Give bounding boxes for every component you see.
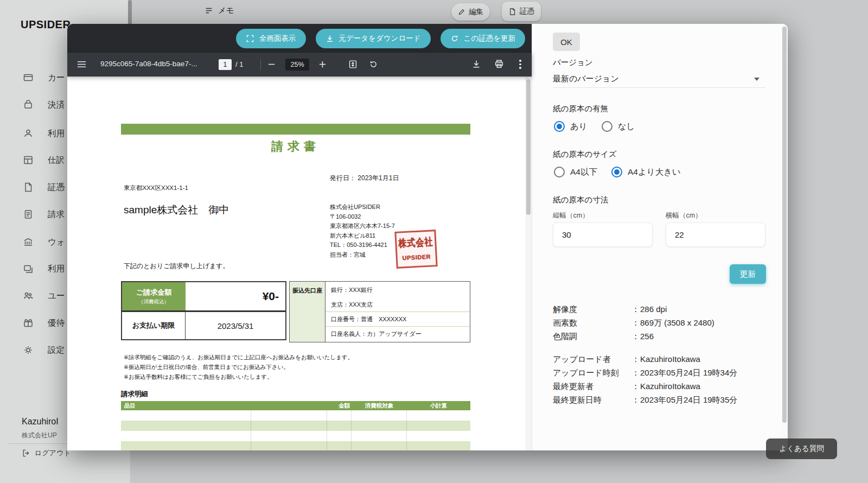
paper-original-radio-group: あり なし: [554, 119, 649, 134]
download-original-button[interactable]: 元データをダウンロード: [316, 29, 431, 48]
issuer-line: 東京都港区六本木7-15-7: [330, 221, 395, 231]
info-row-last-updater: 最終更新者 ： KazuhiroItokawa: [532, 382, 781, 393]
update-evidence-label: この証憑を更新: [464, 34, 515, 43]
info-row-resolution: 解像度 ： 286 dpi: [532, 304, 781, 316]
info-label: 画素数: [553, 318, 577, 328]
info-label: 解像度: [553, 304, 577, 315]
fullscreen-button[interactable]: 全画面表示: [236, 29, 306, 48]
stamp-roman: UPSIDER: [402, 253, 431, 261]
fit-page-icon[interactable]: [348, 60, 358, 69]
paper-size-radio-group: A4以下 A4より大きい: [554, 165, 695, 179]
info-row-last-updated: 最終更新日時 ： 2023年05月24日 19時35分: [532, 395, 781, 407]
update-evidence-button[interactable]: この証憑を更新: [441, 29, 525, 48]
version-select[interactable]: 最新のバージョン: [553, 71, 765, 88]
zoom-out-icon[interactable]: [267, 60, 276, 68]
info-label: 最終更新者: [553, 382, 593, 392]
zoom-level[interactable]: 25%: [285, 59, 309, 71]
fullscreen-label: 全画面表示: [259, 34, 296, 43]
menu-icon[interactable]: [77, 60, 86, 68]
info-value: 256: [640, 332, 654, 341]
pdf-filename: 9295c065-7a08-4db5-bae7-...: [100, 60, 197, 68]
zoom-in-icon[interactable]: [318, 60, 327, 68]
info-label: アップロード時刻: [553, 368, 619, 378]
radio-paper-no-label: なし: [618, 121, 635, 132]
invoice-bank-table: 振込先口座 銀行：XXX銀行 支店：XXX支店 口座番号：普通 XXXXXXX …: [289, 281, 470, 342]
note-line: ※請求明細をご確認のうえ、お振込期日までに上記口座へお振込みをお願いいたします。: [124, 352, 353, 362]
status-badge[interactable]: OK: [553, 33, 580, 51]
faq-button[interactable]: よくある質問: [766, 438, 837, 459]
invoice-issue-date: 発行日： 2023年1月1日: [330, 174, 399, 183]
bank-details: 銀行：XXX銀行 支店：XXX支店 口座番号：普通 XXXXXXX 口座名義人：…: [326, 282, 470, 342]
invoice-notes: ※請求明細をご確認のうえ、お振込期日までに上記口座へお振込みをお願いいたします。…: [124, 352, 353, 382]
bank-line: 口座番号：普通 XXXXXXX: [326, 312, 470, 327]
bank-line: 銀行：XXX銀行: [326, 283, 470, 297]
detail-row: [121, 410, 470, 421]
radio-size-a4-label: A4以下: [570, 167, 597, 178]
radio-paper-yes[interactable]: [554, 121, 565, 132]
info-label: 色階調: [553, 332, 577, 342]
info-row-pixels: 画素数 ： 869万 (3508 x 2480): [532, 318, 781, 330]
invoice-recipient: sample株式会社 御中: [124, 203, 229, 217]
pdf-scrollbar-thumb[interactable]: [526, 79, 531, 215]
pdf-viewer-pane: 全画面表示 元データをダウンロード この証憑を更新 9295c065-7a08-…: [67, 24, 532, 450]
radio-paper-no[interactable]: [602, 121, 612, 132]
info-colon: ：: [631, 304, 640, 315]
issuer-line: 担当者：宮城: [330, 250, 395, 260]
detail-row: [121, 421, 470, 431]
pdf-page: 請求書 発行日： 2023年1月1日 東京都XXX区XXX1-1-1 sampl…: [67, 77, 532, 450]
height-input-label: 縦幅（cm）: [553, 211, 589, 220]
invoice-detail-table: 品目 金額 消費税対象 小計算: [121, 401, 470, 450]
due-value: 2023/5/31: [186, 312, 285, 339]
info-colon: ：: [631, 318, 640, 328]
detail-row: [121, 441, 470, 450]
update-button[interactable]: 更新: [730, 264, 766, 284]
amount-sublabel: （消費税込）: [138, 298, 169, 306]
issuer-line: TEL：050-3196-4421: [330, 240, 395, 250]
invoice-recipient-address: 東京都XXX区XXX1-1-1: [124, 184, 188, 192]
info-value: 2023年05月24日 19時34分: [640, 368, 737, 378]
version-label: バージョン: [553, 58, 593, 68]
height-input[interactable]: [553, 223, 653, 247]
col-tax: 消費税対象: [352, 401, 407, 410]
evidence-settings-panel: OK バージョン 最新のバージョン 紙の原本の有無 あり なし 紙の原本のサイズ…: [532, 24, 781, 450]
col-item: 品目: [121, 401, 251, 410]
fullscreen-icon: [246, 34, 254, 43]
more-options-icon[interactable]: [519, 60, 521, 69]
width-input[interactable]: [666, 223, 765, 247]
screen: UPSIDER カー 決済 利用 仕訳 証憑 請求 ウォ: [0, 0, 868, 483]
note-line: ※お振込手数料はお客様にてご負担をお願いいたします。: [124, 372, 353, 382]
col-subtotal: 小計算: [407, 401, 470, 410]
invoice-title: 請求書: [121, 138, 470, 155]
panel-scrollbar-thumb[interactable]: [782, 27, 787, 423]
info-colon: ：: [631, 382, 640, 392]
pdf-download-icon[interactable]: [471, 59, 481, 69]
note-line: ※振込期日が土日祝日の場合、前営業日までにお振込み下さい。: [124, 362, 353, 372]
rotate-icon[interactable]: [369, 60, 378, 69]
detail-table-header: 品目 金額 消費税対象 小計算: [121, 401, 470, 410]
info-colon: ：: [631, 332, 640, 342]
info-row-gradation: 色階調 ： 256: [532, 332, 781, 344]
page-number-input[interactable]: 1: [219, 59, 232, 70]
info-row-uploader: アップロード者 ： KazuhiroItokawa: [532, 354, 781, 366]
amount-label: ご請求金額: [136, 288, 171, 297]
version-value: 最新のバージョン: [553, 74, 619, 84]
stamp-kanji: 株式会社: [398, 236, 433, 250]
info-row-upload-time: アップロード時刻 ： 2023年05月24日 19時34分: [532, 368, 781, 380]
issuer-line: 新六本木ビル811: [330, 231, 395, 241]
page-total: / 1: [235, 60, 243, 68]
radio-size-large[interactable]: [611, 167, 622, 177]
col-blank: [251, 401, 327, 410]
print-icon[interactable]: [494, 59, 504, 69]
refresh-icon: [450, 34, 459, 43]
issuer-line: 株式会社UPSIDER: [330, 202, 395, 212]
radio-size-large-label: A4より大きい: [628, 167, 681, 178]
chevron-down-icon: [754, 78, 760, 81]
info-label: 最終更新日時: [553, 395, 602, 405]
issuer-line: 〒106-0032: [330, 212, 395, 222]
bank-line: 支店：XXX支店: [326, 297, 470, 312]
invoice-greeting: 下記のとおりご請求申し上げます。: [124, 262, 229, 271]
invoice-amount-table: ご請求金額 （消費税込） ¥0- お支払い期限 2023/5/31: [121, 281, 286, 340]
radio-size-a4[interactable]: [554, 167, 565, 177]
pdf-toolbar: 9295c065-7a08-4db5-bae7-... 1 / 1 25%: [67, 53, 532, 77]
amount-value: ¥0-: [186, 282, 285, 310]
